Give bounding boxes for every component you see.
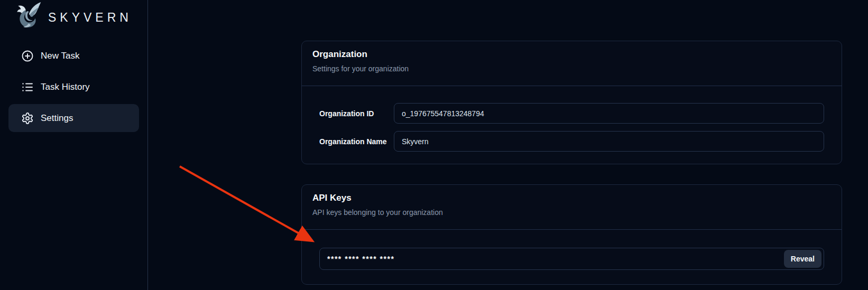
app-logo[interactable]: SKYVERN: [0, 0, 147, 30]
list-icon: [21, 81, 34, 93]
organization-name-row: Organization Name: [319, 131, 824, 152]
gear-icon: [21, 112, 34, 125]
sidebar: SKYVERN New Task Task History: [0, 0, 148, 290]
sidebar-item-label: Task History: [41, 82, 90, 92]
circle-plus-icon: [21, 50, 34, 62]
api-keys-card-subtitle: API keys belonging to your organization: [312, 208, 831, 217]
organization-name-input[interactable]: [394, 131, 824, 152]
settings-page: SKYVERN New Task Task History: [0, 0, 868, 290]
app-name: SKYVERN: [48, 7, 132, 25]
api-keys-card-body: **** **** **** **** Reveal: [302, 230, 842, 284]
organization-name-label: Organization Name: [319, 137, 394, 146]
sidebar-item-label: Settings: [41, 113, 73, 124]
reveal-button[interactable]: Reveal: [784, 250, 821, 268]
sidebar-item-label: New Task: [41, 51, 79, 61]
organization-card-body: Organization ID Organization Name: [302, 86, 842, 164]
api-key-field[interactable]: **** **** **** **** Reveal: [319, 248, 824, 270]
sidebar-nav: New Task Task History Settings: [0, 42, 147, 132]
api-keys-card: API Keys API keys belonging to your orga…: [301, 184, 842, 285]
organization-id-row: Organization ID: [319, 103, 824, 124]
organization-card-header: Organization Settings for your organizat…: [302, 41, 842, 86]
api-keys-card-title: API Keys: [312, 193, 831, 203]
sidebar-item-new-task[interactable]: New Task: [8, 42, 139, 70]
organization-card: Organization Settings for your organizat…: [301, 41, 842, 164]
organization-card-title: Organization: [312, 49, 831, 60]
dragon-logo-icon: [13, 2, 43, 30]
organization-id-label: Organization ID: [319, 109, 394, 118]
organization-id-input[interactable]: [394, 103, 824, 124]
api-keys-card-header: API Keys API keys belonging to your orga…: [302, 185, 842, 230]
organization-card-subtitle: Settings for your organization: [312, 64, 831, 73]
sidebar-item-task-history[interactable]: Task History: [8, 73, 139, 101]
masked-api-key: **** **** **** ****: [327, 255, 394, 263]
sidebar-item-settings[interactable]: Settings: [8, 104, 139, 132]
